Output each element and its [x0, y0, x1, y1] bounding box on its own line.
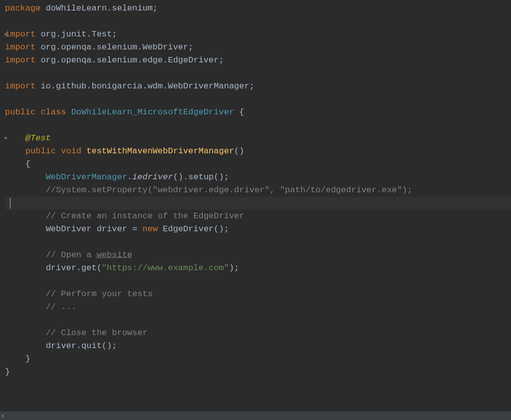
parens: ()	[234, 146, 244, 156]
import-keyword: import	[5, 42, 35, 52]
public-keyword: public	[5, 107, 35, 117]
string-literal: "https://www.example.com"	[102, 263, 229, 273]
code-line[interactable]: import org.openqa.selenium.WebDriver;	[5, 41, 511, 54]
code-line-empty[interactable]	[5, 15, 511, 28]
code-line[interactable]: driver.quit();	[5, 340, 511, 353]
annotation: @Test	[25, 133, 51, 143]
code-line[interactable]: // ...	[5, 301, 511, 314]
call-end: ();	[214, 224, 229, 234]
call-end: ().setup();	[173, 172, 229, 182]
type-ref: WebDriver	[46, 224, 92, 234]
class-keyword: class	[40, 107, 66, 117]
import-keyword: import	[5, 29, 35, 39]
method-call: driver.get(	[46, 263, 102, 273]
status-bar: ‹	[0, 411, 511, 420]
new-keyword: new	[142, 224, 158, 234]
text-cursor-icon	[10, 198, 10, 209]
code-line-empty[interactable]	[5, 93, 511, 106]
class-name: DoWhileLearn_MicrosoftEdgeDriver	[71, 107, 234, 117]
brace-close: }	[5, 367, 10, 377]
comment: // ...	[46, 302, 76, 312]
code-line[interactable]: import org.junit.Test;	[5, 28, 511, 41]
code-line[interactable]: }	[5, 366, 511, 379]
code-line[interactable]: // Open a website	[5, 249, 511, 262]
method-call: driver.quit();	[46, 341, 117, 351]
variable: driver	[97, 224, 127, 234]
comment: //System.setProperty("webdriver.edge.dri…	[46, 185, 413, 195]
code-line[interactable]: public void testWithMavenWebDriverManage…	[5, 145, 511, 158]
code-line[interactable]: import org.openqa.selenium.edge.EdgeDriv…	[5, 54, 511, 67]
code-line-empty[interactable]	[5, 119, 511, 132]
code-line-empty[interactable]	[5, 275, 511, 288]
code-line-empty[interactable]	[5, 67, 511, 80]
code-line[interactable]: package doWhileLearn.selenium;	[5, 2, 511, 15]
comment: // Close the browser	[46, 328, 148, 338]
code-line[interactable]: public class DoWhileLearn_MicrosoftEdgeD…	[5, 106, 511, 119]
code-line[interactable]: WebDriverManager.iedriver().setup();	[5, 171, 511, 184]
chevron-left-icon[interactable]: ‹	[1, 410, 4, 420]
dot: .	[127, 172, 132, 182]
import-path: io.github.bonigarcia.wdm.WebDriverManage…	[35, 81, 255, 91]
method-name: testWithMavenWebDriverManager	[86, 146, 234, 156]
equals: =	[127, 224, 143, 234]
comment: // Create an instance of the EdgeDriver	[46, 211, 245, 221]
code-line[interactable]: //System.setProperty("webdriver.edge.dri…	[5, 184, 511, 197]
brace-open: {	[25, 159, 30, 169]
public-keyword: public	[25, 146, 56, 156]
import-path: org.junit.Test;	[35, 29, 117, 39]
comment: // Open a	[46, 250, 97, 260]
code-line[interactable]: import io.github.bonigarcia.wdm.WebDrive…	[5, 80, 511, 93]
constructor: EdgeDriver	[163, 224, 214, 234]
code-line[interactable]: // Close the browser	[5, 327, 511, 340]
import-path: org.openqa.selenium.WebDriver;	[35, 42, 193, 52]
comment: // Perform your tests	[46, 289, 153, 299]
code-line[interactable]: {	[5, 158, 511, 171]
code-line[interactable]: // Create an instance of the EdgeDriver	[5, 210, 511, 223]
package-name: doWhileLearn.selenium;	[40, 3, 158, 13]
code-line[interactable]: // Perform your tests	[5, 288, 511, 301]
package-keyword: package	[5, 3, 40, 13]
void-keyword: void	[61, 146, 81, 156]
comment-word: website	[97, 250, 132, 260]
import-keyword: import	[5, 81, 35, 91]
import-keyword: import	[5, 55, 35, 65]
code-line-empty[interactable]	[5, 236, 511, 249]
code-line[interactable]: driver.get("https://www.example.com");	[5, 262, 511, 275]
code-line-current[interactable]	[5, 197, 511, 210]
code-line-empty[interactable]	[5, 314, 511, 327]
code-line[interactable]: }	[5, 353, 511, 366]
call-end: );	[229, 263, 239, 273]
gutter-marker-icon	[4, 33, 7, 35]
brace-close: }	[25, 354, 30, 364]
code-line[interactable]: WebDriver driver = new EdgeDriver();	[5, 223, 511, 236]
import-path: org.openqa.selenium.edge.EdgeDriver;	[35, 55, 224, 65]
brace-open: {	[239, 107, 244, 117]
code-line[interactable]: @Test	[5, 132, 511, 145]
method-call: iedriver	[132, 172, 173, 182]
code-editor[interactable]: package doWhileLearn.selenium; import or…	[0, 0, 511, 420]
class-ref: WebDriverManager	[46, 172, 127, 182]
gutter-marker-icon	[4, 137, 7, 139]
